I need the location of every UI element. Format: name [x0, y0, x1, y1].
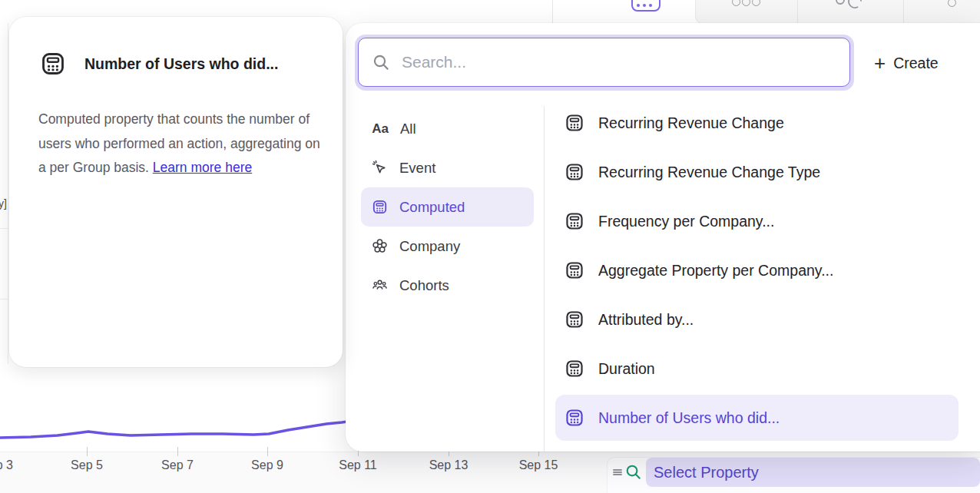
result-label: Frequency per Company...	[598, 213, 774, 230]
calculator-icon	[564, 260, 584, 280]
calculator-icon	[564, 309, 584, 329]
tab-separator	[903, 0, 904, 23]
tab-active[interactable]	[591, 0, 695, 23]
property-results-list: Recurring Revenue Change Recurring Reven…	[555, 100, 958, 444]
popover-divider	[544, 106, 545, 452]
list-item[interactable]: Duration	[555, 346, 958, 392]
list-item[interactable]: Aggregate Property per Company...	[555, 247, 958, 293]
tooltip-title: Number of Users who did...	[84, 55, 278, 73]
axis-tick	[177, 447, 178, 456]
property-picker-popover: + Create Aa All Event Computed Company	[346, 23, 980, 452]
category-list: Aa All Event Computed Company Cohorts	[361, 109, 534, 305]
result-label: Attributed by...	[598, 311, 694, 329]
tooltip-header: Number of Users who did...	[40, 51, 278, 77]
category-label: All	[400, 121, 416, 137]
text-aa-icon: Aa	[372, 121, 389, 137]
calculator-icon	[40, 51, 66, 77]
drag-handle-icon[interactable]	[611, 465, 624, 479]
x-axis-label: Sep 5	[71, 458, 103, 472]
category-item-cohorts[interactable]: Cohorts	[361, 266, 534, 305]
x-axis-label: Sep 11	[339, 458, 377, 472]
cursor-sparkle-icon	[372, 160, 388, 176]
company-cluster-icon	[372, 238, 388, 254]
calculator-icon	[564, 408, 584, 428]
result-label: Number of Users who did...	[598, 409, 780, 427]
search-input[interactable]	[400, 52, 849, 72]
calculator-icon	[372, 199, 388, 215]
category-item-event[interactable]: Event	[361, 148, 534, 187]
property-tooltip-card: Number of Users who did... Computed prop…	[9, 17, 343, 367]
x-axis-label: Sep 13	[429, 458, 468, 472]
category-item-company[interactable]: Company	[361, 227, 534, 266]
circles-icon[interactable]	[732, 0, 763, 8]
result-label: Aggregate Property per Company...	[598, 262, 833, 280]
list-item[interactable]: Recurring Revenue Change	[555, 100, 958, 146]
people-group-icon	[372, 277, 388, 293]
retention-loop-icon[interactable]	[834, 0, 863, 11]
view-tabbar	[553, 0, 980, 23]
tab-separator	[797, 0, 798, 23]
revenue-line	[0, 421, 353, 438]
search-icon	[372, 53, 390, 71]
app-window: y] Sep 3 Sep 5 Sep 7 Sep 9 Sep 11 Sep 13…	[0, 0, 980, 493]
category-label: Event	[399, 160, 435, 177]
calculator-icon	[564, 359, 584, 379]
list-item-selected[interactable]: Number of Users who did...	[555, 395, 958, 441]
x-axis-label: Sep 7	[161, 458, 194, 472]
list-item[interactable]: Frequency per Company...	[555, 198, 958, 244]
category-label: Computed	[399, 199, 465, 216]
tab-group-inactive	[695, 0, 980, 23]
list-item[interactable]: Recurring Revenue Change Type	[555, 149, 958, 195]
create-button[interactable]: + Create	[874, 51, 939, 75]
result-label: Recurring Revenue Change	[598, 114, 784, 132]
tooltip-description: Computed property that counts the number…	[38, 108, 324, 180]
select-property-button[interactable]: Select Property	[646, 458, 980, 487]
select-property-label: Select Property	[646, 464, 759, 481]
search-field[interactable]	[358, 38, 850, 87]
create-button-label: Create	[893, 55, 939, 72]
search-field-focus-ring	[355, 35, 854, 91]
list-item[interactable]: Attributed by...	[555, 296, 958, 342]
category-item-computed[interactable]: Computed	[361, 187, 534, 227]
x-axis-label: Sep 15	[519, 458, 558, 472]
plus-icon: +	[874, 53, 886, 73]
calculator-icon	[564, 113, 584, 133]
axis-tick	[267, 447, 268, 456]
category-label: Cohorts	[399, 277, 449, 294]
axis-tick	[87, 447, 88, 456]
x-axis-label: Sep 9	[251, 458, 283, 472]
learn-more-link[interactable]: Learn more here	[153, 160, 252, 175]
x-axis-label: Sep 3	[0, 458, 13, 472]
calculator-icon	[564, 211, 584, 231]
calculator-icon	[564, 162, 584, 182]
calculator-icon	[631, 0, 661, 12]
category-label: Company	[399, 238, 460, 255]
search-icon	[624, 463, 642, 481]
result-label: Recurring Revenue Change Type	[598, 164, 820, 181]
category-item-all[interactable]: Aa All	[361, 109, 534, 148]
ring-icon[interactable]	[948, 0, 956, 7]
result-label: Duration	[598, 360, 655, 378]
